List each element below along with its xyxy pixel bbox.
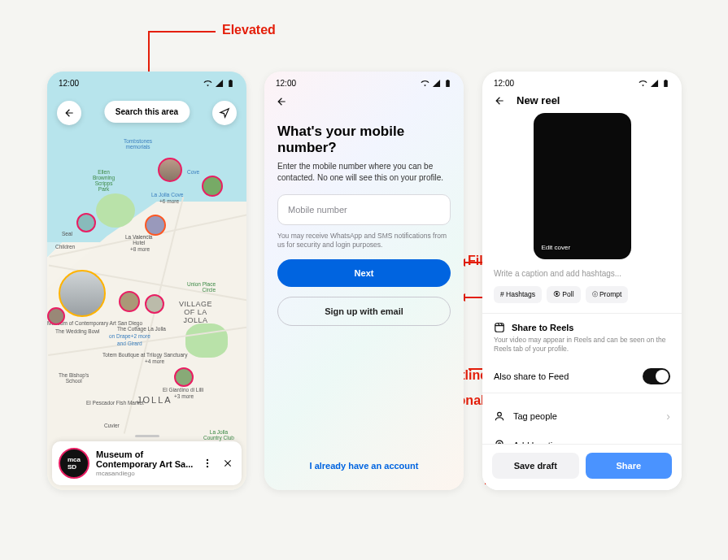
map-label: and Girard	[117, 341, 142, 346]
signup-email-button[interactable]: Sign up with email	[277, 297, 451, 326]
arrow-left-icon	[63, 107, 75, 119]
svg-rect-3	[495, 323, 504, 332]
page-subtitle: Enter the mobile number where you can be…	[277, 161, 451, 183]
edit-cover-label: Edit cover	[542, 244, 571, 251]
battery-icon	[661, 79, 670, 88]
tag-people-row[interactable]: Tag people ›	[482, 402, 682, 431]
reels-icon	[494, 322, 505, 333]
already-have-account-link[interactable]: I already have an account	[264, 461, 464, 471]
signal-icon	[650, 79, 659, 88]
map-label: +3 more	[174, 393, 194, 399]
drag-handle[interactable]	[135, 435, 159, 437]
battery-icon	[443, 79, 452, 88]
photo-pin[interactable]	[59, 270, 106, 317]
svg-point-2	[207, 466, 208, 467]
chip-hashtags[interactable]: # Hashtags	[494, 286, 542, 303]
also-share-feed-row[interactable]: Also share to Feed	[482, 360, 682, 393]
status-icons	[203, 79, 235, 88]
phone-new-reel: 12:00 New reel Edit cover Write a captio…	[482, 72, 682, 490]
next-button[interactable]: Next	[277, 259, 451, 287]
also-share-feed-label: Also share to Feed	[494, 371, 569, 381]
status-icons	[639, 79, 670, 88]
map-canvas[interactable]: Tombstonesmemorials EllenBrowningScripps…	[47, 72, 246, 490]
svg-point-0	[207, 459, 208, 461]
map-label: Children	[55, 244, 75, 250]
locate-button[interactable]	[212, 101, 237, 125]
person-icon	[494, 410, 505, 422]
photo-pin[interactable]	[158, 158, 182, 182]
chip-prompt[interactable]: ⦾ Prompt	[586, 286, 629, 303]
share-button[interactable]: Share	[586, 453, 673, 479]
map-label: El Giardino di Lilli	[163, 387, 203, 393]
share-reels-sub: Your video may appear in Reels and can b…	[494, 336, 670, 354]
map-label: The Wedding Bowl	[55, 328, 99, 334]
map-label: The Bishop'sSchool	[59, 372, 89, 384]
close-icon[interactable]	[220, 458, 235, 469]
map-label: on Drape+2 more	[109, 333, 150, 339]
place-avatar: mcaSD	[59, 448, 89, 479]
photo-pin[interactable]	[119, 291, 140, 312]
status-time: 12:00	[59, 79, 79, 88]
wifi-icon	[639, 79, 647, 88]
place-handle: mcasandiego	[96, 470, 194, 477]
mobile-number-input[interactable]: Mobile number	[277, 194, 451, 225]
place-title: Museum of	[96, 449, 194, 459]
status-time: 12:00	[494, 79, 514, 88]
reel-cover[interactable]: Edit cover	[534, 113, 631, 259]
map-label: +8 more	[130, 246, 150, 252]
share-reels-title: Share to Reels	[512, 323, 573, 332]
helper-text: You may receive WhatsApp and SMS notific…	[277, 232, 451, 250]
svg-point-4	[498, 412, 502, 416]
arrow-left-icon	[276, 96, 287, 107]
map-label: Totem Boutique at Trilogy Sanctuary	[102, 352, 187, 358]
place-title-2: Contemporary Art Sa...	[96, 459, 194, 469]
status-bar: 12:00	[482, 72, 682, 94]
photo-pin[interactable]	[145, 215, 166, 236]
back-button[interactable]	[494, 95, 505, 106]
phone-signup: 12:00 What's your mobile number? Enter t…	[264, 72, 464, 490]
status-icons	[421, 79, 452, 88]
map-label: JOLLA	[137, 395, 172, 405]
search-area-label: Search this area	[116, 107, 178, 116]
chevron-right-icon: ›	[666, 410, 670, 423]
more-icon[interactable]	[201, 458, 214, 469]
wifi-icon	[421, 79, 429, 88]
photo-pin[interactable]	[145, 294, 164, 314]
map-label: VILLAGEOF LAJOLLA	[179, 301, 212, 325]
signal-icon	[215, 79, 224, 88]
page-title: What's your mobile number?	[277, 124, 451, 156]
map-label: El Pescador Fish Market	[86, 400, 144, 406]
feed-toggle[interactable]	[643, 368, 670, 384]
map-label: La JollaCountry Club	[203, 429, 234, 441]
place-card[interactable]: mcaSD Museum of Contemporary Art Sa... m…	[52, 441, 242, 485]
back-button[interactable]	[57, 101, 81, 125]
map-label: EllenBrowningScrippsPark	[93, 169, 115, 193]
photo-pin[interactable]	[174, 367, 194, 387]
status-bar: 12:00	[264, 72, 464, 94]
save-draft-button[interactable]: Save draft	[492, 453, 579, 479]
wifi-icon	[203, 79, 212, 88]
photo-pin[interactable]	[76, 213, 96, 232]
map-label: +4 more	[145, 358, 164, 364]
caption-input[interactable]: Write a caption and add hashtags...	[482, 259, 682, 286]
back-button[interactable]	[264, 94, 464, 111]
map-label: Cuvier	[104, 423, 120, 428]
chip-poll[interactable]: ⦿ Poll	[547, 286, 581, 303]
battery-icon	[226, 79, 235, 88]
map-label: Union PlaceCircle	[187, 281, 216, 293]
tag-people-label: Tag people	[513, 411, 557, 421]
map-label: La ValenciaHotel	[125, 234, 153, 245]
photo-pin[interactable]	[202, 176, 223, 197]
search-this-area-button[interactable]: Search this area	[104, 101, 190, 123]
map-label: Cove	[187, 169, 199, 175]
status-time: 12:00	[276, 79, 296, 88]
map-label: The Cottage La Jolla	[117, 326, 166, 332]
map-label: La Jolla Cove	[151, 192, 183, 198]
map-label: Seal	[62, 231, 72, 237]
location-arrow-icon	[219, 107, 230, 119]
map-label: Tombstonesmemorials	[124, 138, 152, 150]
photo-pin[interactable]	[47, 307, 65, 325]
status-bar: 12:00	[47, 72, 246, 94]
phone-map: Tombstonesmemorials EllenBrowningScripps…	[47, 72, 246, 490]
annotation-elevated: Elevated	[222, 23, 276, 37]
